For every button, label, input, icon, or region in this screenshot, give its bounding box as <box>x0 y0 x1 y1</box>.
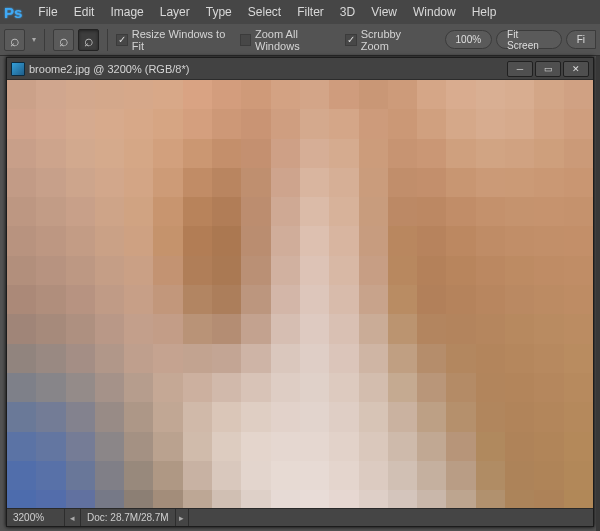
canvas-pixel <box>183 197 212 226</box>
canvas-pixel <box>36 490 65 508</box>
canvas-pixel <box>153 256 182 285</box>
canvas-pixel <box>329 139 358 168</box>
canvas-pixel <box>36 402 65 431</box>
canvas-pixel <box>476 344 505 373</box>
zoom-level-field[interactable]: 3200% <box>7 509 65 526</box>
status-bar: 3200% ◂ Doc: 28.7M/28.7M ▸ <box>7 508 593 526</box>
minimize-button[interactable]: ─ <box>507 61 533 77</box>
canvas-pixel <box>329 344 358 373</box>
canvas-pixel <box>124 197 153 226</box>
canvas-pixel <box>66 402 95 431</box>
canvas-pixel <box>271 432 300 461</box>
canvas-pixel <box>505 314 534 343</box>
canvas-pixel <box>183 256 212 285</box>
canvas-pixel <box>153 373 182 402</box>
menu-window[interactable]: Window <box>405 5 464 19</box>
document-titlebar[interactable]: broome2.jpg @ 3200% (RGB/8*) ─ ▭ ✕ <box>7 58 593 80</box>
canvas-pixel <box>534 226 563 255</box>
menu-3d[interactable]: 3D <box>332 5 363 19</box>
canvas-pixel <box>124 80 153 109</box>
canvas-pixel <box>271 373 300 402</box>
menu-filter[interactable]: Filter <box>289 5 332 19</box>
zoom-all-windows-label: Zoom All Windows <box>255 28 341 52</box>
resize-windows-label: Resize Windows to Fit <box>132 28 236 52</box>
canvas-pixel <box>7 402 36 431</box>
canvas-pixel <box>124 373 153 402</box>
canvas-pixel <box>505 168 534 197</box>
canvas-pixel <box>417 314 446 343</box>
canvas-pixel <box>212 109 241 138</box>
menu-view[interactable]: View <box>363 5 405 19</box>
panel-dock-edge <box>596 56 600 531</box>
close-button[interactable]: ✕ <box>563 61 589 77</box>
canvas-pixel <box>212 285 241 314</box>
zoom-in-button[interactable] <box>53 29 74 51</box>
document-canvas[interactable] <box>7 80 593 508</box>
menu-select[interactable]: Select <box>240 5 289 19</box>
menubar: Ps File Edit Image Layer Type Select Fil… <box>0 0 600 24</box>
canvas-pixel <box>446 490 475 508</box>
canvas-pixel <box>66 490 95 508</box>
canvas-pixel <box>271 314 300 343</box>
canvas-pixel <box>329 256 358 285</box>
canvas-pixel <box>241 197 270 226</box>
canvas-pixel <box>476 109 505 138</box>
document-info[interactable]: Doc: 28.7M/28.7M <box>81 509 176 526</box>
canvas-pixel <box>476 314 505 343</box>
menu-type[interactable]: Type <box>198 5 240 19</box>
canvas-pixel <box>476 226 505 255</box>
resize-windows-checkbox[interactable]: ✓ Resize Windows to Fit <box>116 28 235 52</box>
status-arrow-right-icon[interactable]: ▸ <box>176 509 189 526</box>
canvas-pixel <box>329 168 358 197</box>
menu-layer[interactable]: Layer <box>152 5 198 19</box>
canvas-pixel <box>329 197 358 226</box>
canvas-pixel <box>7 344 36 373</box>
canvas-pixel <box>505 197 534 226</box>
scrubby-zoom-checkbox[interactable]: ✓ Scrubby Zoom <box>345 28 429 52</box>
canvas-pixel <box>124 461 153 490</box>
canvas-pixel <box>241 344 270 373</box>
tool-preset-arrow-icon[interactable]: ▾ <box>32 35 36 44</box>
zoom-all-windows-checkbox[interactable]: Zoom All Windows <box>240 28 342 52</box>
canvas-pixel <box>271 197 300 226</box>
canvas-pixel <box>329 373 358 402</box>
canvas-pixel <box>534 168 563 197</box>
status-arrow-left-icon[interactable]: ◂ <box>65 509 81 526</box>
canvas-pixel <box>564 109 593 138</box>
maximize-button[interactable]: ▭ <box>535 61 561 77</box>
canvas-pixel <box>505 373 534 402</box>
canvas-pixel <box>241 139 270 168</box>
menu-help[interactable]: Help <box>464 5 505 19</box>
canvas-pixel <box>7 109 36 138</box>
canvas-pixel <box>446 285 475 314</box>
canvas-pixel <box>476 432 505 461</box>
zoom-100-button[interactable]: 100% <box>445 30 493 49</box>
canvas-pixel <box>300 432 329 461</box>
canvas-pixel <box>124 285 153 314</box>
canvas-pixel <box>417 344 446 373</box>
canvas-pixel <box>300 109 329 138</box>
menu-image[interactable]: Image <box>102 5 151 19</box>
zoom-out-button[interactable] <box>78 29 99 51</box>
canvas-pixel <box>564 197 593 226</box>
canvas-pixel <box>153 490 182 508</box>
close-icon: ✕ <box>572 64 580 74</box>
menu-file[interactable]: File <box>30 5 65 19</box>
canvas-pixel <box>66 109 95 138</box>
canvas-pixel <box>388 314 417 343</box>
zoom-tool-button[interactable] <box>4 29 25 51</box>
fill-screen-button[interactable]: Fi <box>566 30 596 49</box>
menu-edit[interactable]: Edit <box>66 5 103 19</box>
checkbox-icon: ✓ <box>116 34 128 46</box>
canvas-pixel <box>476 402 505 431</box>
canvas-pixel <box>505 344 534 373</box>
fit-screen-button[interactable]: Fit Screen <box>496 30 562 49</box>
canvas-pixel <box>124 402 153 431</box>
canvas-pixel <box>36 168 65 197</box>
canvas-pixel <box>446 80 475 109</box>
canvas-pixel <box>534 373 563 402</box>
canvas-pixel <box>534 402 563 431</box>
canvas-pixel <box>564 402 593 431</box>
canvas-pixel <box>66 139 95 168</box>
canvas-pixel <box>183 109 212 138</box>
